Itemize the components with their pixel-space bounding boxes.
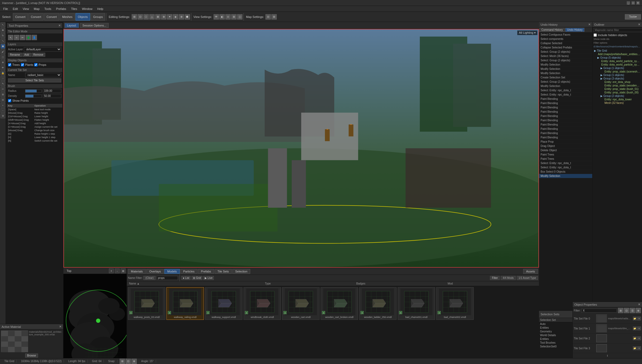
tree-item-entity[interactable]: Entity: dota_world_particle_system [593, 59, 641, 63]
scale-icon[interactable]: ⤡ [1, 39, 5, 43]
col-name[interactable]: Name ▲ [128, 282, 264, 285]
asset-item[interactable]: ● wooden_cart_broken.vmdl [321, 287, 358, 320]
undo-item[interactable]: Collapse Selected [539, 41, 592, 46]
browse-material-btn[interactable]: Browse [25, 354, 38, 358]
map-zoom-in-icon[interactable]: + [109, 268, 114, 273]
tab-overlays[interactable]: Overlays [146, 269, 164, 274]
tool-icon-1[interactable]: ⊞ [132, 14, 137, 20]
undo-item[interactable]: Select: Entity: npc_dota_t [539, 165, 592, 170]
tab-models[interactable]: Models [164, 269, 180, 274]
window-controls[interactable]: _ □ ✕ [626, 1, 640, 5]
undo-list[interactable]: Select Contiguous FacesSelect components… [539, 33, 592, 310]
asset-item[interactable]: ● walkway_support.vmdl [205, 287, 242, 320]
rotate-icon[interactable]: ↻ [1, 33, 5, 38]
undo-item[interactable]: Collapse Selected Prefabs [539, 46, 592, 50]
minimize-btn[interactable]: _ [626, 1, 630, 5]
filter-input[interactable] [157, 276, 178, 280]
obj-icon-2[interactable]: ⊡ [624, 308, 629, 313]
map-fit-icon[interactable]: ⊞ [121, 268, 126, 273]
tool-icon-8[interactable]: ◈ [173, 14, 178, 20]
brush-icon[interactable]: ⬟ [1, 44, 5, 49]
undo-item[interactable]: Modify Selection [539, 84, 592, 88]
tool-icon-5[interactable]: ⊠ [155, 14, 161, 20]
snap-icon-2[interactable]: ⊡ [126, 359, 131, 364]
tree-item-entity[interactable]: Entity: npc_dota_tower [593, 98, 641, 101]
undo-item[interactable]: Box Select 0 Objects [539, 170, 592, 174]
tool-icon-7[interactable]: ✦ [167, 14, 172, 20]
pen-icon[interactable]: ✎ [1, 81, 5, 86]
asset-item[interactable]: ● bad_chains002.vmdl [436, 287, 474, 320]
asset-item[interactable]: ● bad_chains001.vmdl [398, 287, 435, 320]
tile-cursor-icon[interactable]: ↖ [8, 35, 13, 40]
tool-icon-10[interactable]: ⬢ [185, 14, 190, 20]
undo-item[interactable]: Paint Blending [539, 114, 592, 118]
tools-dropdown[interactable]: Tools ▾ [625, 14, 641, 20]
outliner-close-btn[interactable]: ✕ [638, 23, 640, 26]
lighting-badge[interactable]: All Lighting ▾ [517, 31, 537, 35]
menu-view[interactable]: View [21, 7, 31, 11]
tool-icon-2[interactable]: ⊡ [138, 14, 143, 20]
tree-item-entity[interactable]: Entity: prop_static (sceneshop_radiant00… [593, 70, 641, 73]
tree-item-folder[interactable]: ▶ Group (1 objects) [593, 66, 641, 70]
undo-item[interactable]: Paint Blending [539, 127, 592, 131]
obj-icon-3[interactable]: ☰ [630, 308, 635, 313]
obj-properties-close[interactable]: ✕ [638, 303, 640, 306]
select-mode-icon[interactable]: ↖ [1, 22, 5, 27]
map-icon-1[interactable]: ⊟ [265, 14, 271, 20]
filter-btn[interactable]: Filter [490, 276, 500, 280]
obj-icon-4[interactable]: ⊗ [636, 308, 641, 313]
undo-item[interactable]: Paint Blending [539, 110, 592, 114]
convert-btn-1[interactable]: Convert [13, 13, 28, 21]
undo-item[interactable]: Modify Selection [539, 63, 592, 67]
tool-props-close[interactable]: ✕ [58, 24, 61, 27]
paint-icon[interactable]: 🖌 [1, 49, 5, 54]
objects-btn[interactable]: Objects [75, 13, 90, 21]
tileset-clear-icon[interactable]: ✕ [637, 346, 641, 350]
tab-prefabs[interactable]: Prefabs [198, 269, 214, 274]
menu-map[interactable]: Map [32, 7, 41, 11]
undo-item[interactable]: Paint Blending [539, 118, 592, 123]
delete-icon[interactable]: － [1, 108, 5, 113]
outliner-tree[interactable]: ▶ Tile Grid Add (maps/prefabs/basic_enti… [592, 48, 642, 310]
merge-icon[interactable]: ⊞ [1, 92, 5, 97]
tree-item-folder[interactable]: ▶ Group (2 objects) [593, 94, 641, 98]
lock-icon[interactable]: 🔒 [1, 71, 5, 75]
eye-icon[interactable]: 👁 [1, 65, 5, 70]
map-canvas[interactable] [63, 274, 127, 364]
view-icon-1[interactable]: 👁 [214, 14, 219, 20]
asset-item[interactable]: ● wooden_ladder_256.vmdl [359, 287, 397, 320]
close-btn[interactable]: ✕ [636, 1, 640, 5]
undo-item[interactable]: Place Prop [539, 140, 592, 144]
split-icon[interactable]: ⊟ [1, 97, 5, 102]
undo-item[interactable]: Drag Object [539, 144, 592, 148]
radius-input[interactable] [43, 89, 62, 93]
undo-item[interactable]: Delete Object [539, 148, 592, 153]
view-icon-5[interactable]: ◫ [237, 14, 242, 20]
tile-cut-icon[interactable]: ✂ [20, 35, 25, 40]
menu-window[interactable]: Window [80, 7, 94, 11]
assets-btn[interactable]: Assets [523, 269, 538, 274]
undo-item[interactable]: Paint Blending [539, 123, 592, 127]
tileset-browse-icon[interactable]: 📁 [633, 336, 637, 340]
tree-item-entity[interactable]: Entity: prop_static (bush_00) [593, 91, 641, 94]
meshes-btn[interactable]: Meshes [60, 13, 75, 21]
list-view-toggle[interactable]: ● List [181, 276, 191, 280]
viewport-3d[interactable]: All Lighting ▾ [63, 29, 539, 268]
convert-btn-2[interactable]: Convert [28, 13, 44, 21]
menu-prefabs[interactable]: Prefabs [54, 7, 68, 11]
view-icon-2[interactable]: ◐ [219, 14, 225, 20]
undo-item[interactable]: Modify Selection [539, 174, 592, 178]
tile-set-name-dropdown[interactable]: radiant_basic [25, 73, 61, 77]
filter-clear-value[interactable]: (Clear) [143, 276, 155, 280]
density-slider[interactable] [25, 94, 42, 98]
plants-checkbox[interactable] [21, 63, 24, 66]
grid-view-toggle[interactable]: ⊞ Grid [192, 276, 202, 280]
tree-item-folder[interactable]: ▶ Tile Grid [593, 49, 641, 52]
map-icon-2[interactable]: ⊞ [271, 14, 277, 20]
live-view-toggle[interactable]: ▶ Live [203, 276, 214, 280]
undo-item[interactable]: Paint Blending [539, 101, 592, 105]
undo-item[interactable]: Modify Selection [539, 71, 592, 75]
undo-item[interactable]: Select components [539, 37, 592, 41]
col-badges[interactable]: Badges [355, 282, 446, 285]
tab-selection[interactable]: Selection [232, 269, 250, 274]
